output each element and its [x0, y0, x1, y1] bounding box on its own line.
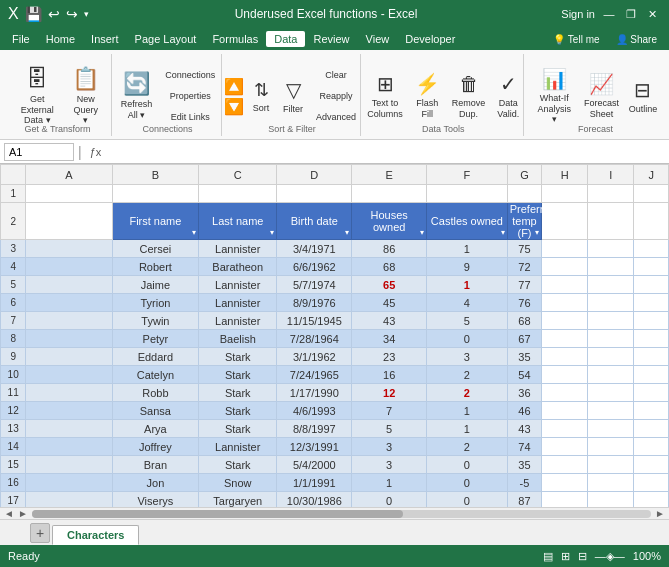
connections-button[interactable]: Connections: [161, 66, 219, 85]
cell-e16[interactable]: 1: [352, 474, 427, 492]
cell-h4[interactable]: [542, 258, 588, 276]
undo-qat-btn[interactable]: ↩: [46, 6, 62, 22]
cell-h7[interactable]: [542, 312, 588, 330]
cell-g10[interactable]: 54: [507, 366, 542, 384]
cell-g6[interactable]: 76: [507, 294, 542, 312]
cell-c8[interactable]: Baelish: [199, 330, 277, 348]
cell-d7[interactable]: 11/15/1945: [277, 312, 352, 330]
cell-b11[interactable]: Robb: [112, 384, 198, 402]
forecast-sheet-button[interactable]: 📈 ForecastSheet: [580, 65, 623, 127]
add-sheet-button[interactable]: +: [30, 523, 50, 543]
cell-f2-header[interactable]: Castles owned ▾: [427, 203, 508, 240]
menu-tell-me[interactable]: 💡 Tell me: [545, 32, 607, 47]
cell-a6[interactable]: [26, 294, 112, 312]
cell-i15[interactable]: [588, 456, 634, 474]
cell-e10[interactable]: 16: [352, 366, 427, 384]
cell-i4[interactable]: [588, 258, 634, 276]
cell-d4[interactable]: 6/6/1962: [277, 258, 352, 276]
cell-d15[interactable]: 5/4/2000: [277, 456, 352, 474]
temp-filter-icon[interactable]: ▾: [535, 228, 539, 237]
cell-h6[interactable]: [542, 294, 588, 312]
cell-c11[interactable]: Stark: [199, 384, 277, 402]
scroll-track[interactable]: [32, 510, 651, 518]
cell-g2-header[interactable]: Preferred temp (F) ▾: [507, 203, 542, 240]
menu-formulas[interactable]: Formulas: [204, 31, 266, 47]
cell-d9[interactable]: 3/1/1962: [277, 348, 352, 366]
cell-d6[interactable]: 8/9/1976: [277, 294, 352, 312]
cell-h17[interactable]: [542, 492, 588, 508]
cell-j2[interactable]: [634, 203, 669, 240]
close-btn[interactable]: ✕: [645, 6, 661, 22]
row-header-2[interactable]: 2: [1, 203, 26, 240]
cell-i7[interactable]: [588, 312, 634, 330]
cell-b4[interactable]: Robert: [112, 258, 198, 276]
row-header-17[interactable]: 17: [1, 492, 26, 508]
cell-i1[interactable]: [588, 185, 634, 203]
cell-e4[interactable]: 68: [352, 258, 427, 276]
cell-j9[interactable]: [634, 348, 669, 366]
cell-f6[interactable]: 4: [427, 294, 508, 312]
col-header-a[interactable]: A: [26, 165, 112, 185]
cell-h5[interactable]: [542, 276, 588, 294]
scroll-left-btn[interactable]: ◄: [4, 508, 14, 519]
cell-i6[interactable]: [588, 294, 634, 312]
cell-g3[interactable]: 75: [507, 240, 542, 258]
sort-az-icon[interactable]: 🔼: [224, 77, 244, 96]
cell-e9[interactable]: 23: [352, 348, 427, 366]
cell-e17[interactable]: 0: [352, 492, 427, 508]
row-header-15[interactable]: 15: [1, 456, 26, 474]
cell-b10[interactable]: Catelyn: [112, 366, 198, 384]
cell-d12[interactable]: 4/6/1993: [277, 402, 352, 420]
cell-c14[interactable]: Lannister: [199, 438, 277, 456]
cell-c5[interactable]: Lannister: [199, 276, 277, 294]
redo-qat-btn[interactable]: ↪: [64, 6, 80, 22]
cell-g17[interactable]: 87: [507, 492, 542, 508]
sort-za-icon[interactable]: 🔽: [224, 97, 244, 116]
cell-c7[interactable]: Lannister: [199, 312, 277, 330]
cell-b7[interactable]: Tywin: [112, 312, 198, 330]
cell-e3[interactable]: 86: [352, 240, 427, 258]
cell-e11[interactable]: 12: [352, 384, 427, 402]
cell-j15[interactable]: [634, 456, 669, 474]
menu-insert[interactable]: Insert: [83, 31, 127, 47]
remove-duplicates-button[interactable]: 🗑 RemoveDup.: [447, 65, 491, 127]
cell-a16[interactable]: [26, 474, 112, 492]
row-header-13[interactable]: 13: [1, 420, 26, 438]
cell-h16[interactable]: [542, 474, 588, 492]
cell-a4[interactable]: [26, 258, 112, 276]
name-box[interactable]: [4, 143, 74, 161]
cell-h3[interactable]: [542, 240, 588, 258]
cell-b8[interactable]: Petyr: [112, 330, 198, 348]
cell-j8[interactable]: [634, 330, 669, 348]
menu-home[interactable]: Home: [38, 31, 83, 47]
col-header-j[interactable]: J: [634, 165, 669, 185]
scroll-page-right-btn[interactable]: ►: [655, 508, 665, 519]
cell-e6[interactable]: 45: [352, 294, 427, 312]
cell-j16[interactable]: [634, 474, 669, 492]
last-name-filter-icon[interactable]: ▾: [270, 228, 274, 237]
cell-f3[interactable]: 1: [427, 240, 508, 258]
cell-a13[interactable]: [26, 420, 112, 438]
cell-j7[interactable]: [634, 312, 669, 330]
first-name-filter-icon[interactable]: ▾: [192, 228, 196, 237]
row-header-11[interactable]: 11: [1, 384, 26, 402]
cell-h11[interactable]: [542, 384, 588, 402]
minimize-btn[interactable]: —: [601, 6, 617, 22]
row-header-8[interactable]: 8: [1, 330, 26, 348]
cell-d14[interactable]: 12/3/1991: [277, 438, 352, 456]
menu-review[interactable]: Review: [305, 31, 357, 47]
cell-j17[interactable]: [634, 492, 669, 508]
sort-button[interactable]: ⇅ Sort: [246, 65, 276, 127]
cell-i9[interactable]: [588, 348, 634, 366]
what-if-analysis-button[interactable]: 📊 What-IfAnalysis ▾: [530, 65, 578, 127]
cell-e5[interactable]: 65: [352, 276, 427, 294]
birth-date-filter-icon[interactable]: ▾: [345, 228, 349, 237]
menu-file[interactable]: File: [4, 31, 38, 47]
cell-f12[interactable]: 1: [427, 402, 508, 420]
col-header-h[interactable]: H: [542, 165, 588, 185]
cell-j10[interactable]: [634, 366, 669, 384]
row-header-14[interactable]: 14: [1, 438, 26, 456]
cell-e15[interactable]: 3: [352, 456, 427, 474]
data-validation-button[interactable]: ✓ DataValid.: [492, 65, 524, 127]
cell-f5[interactable]: 1: [427, 276, 508, 294]
